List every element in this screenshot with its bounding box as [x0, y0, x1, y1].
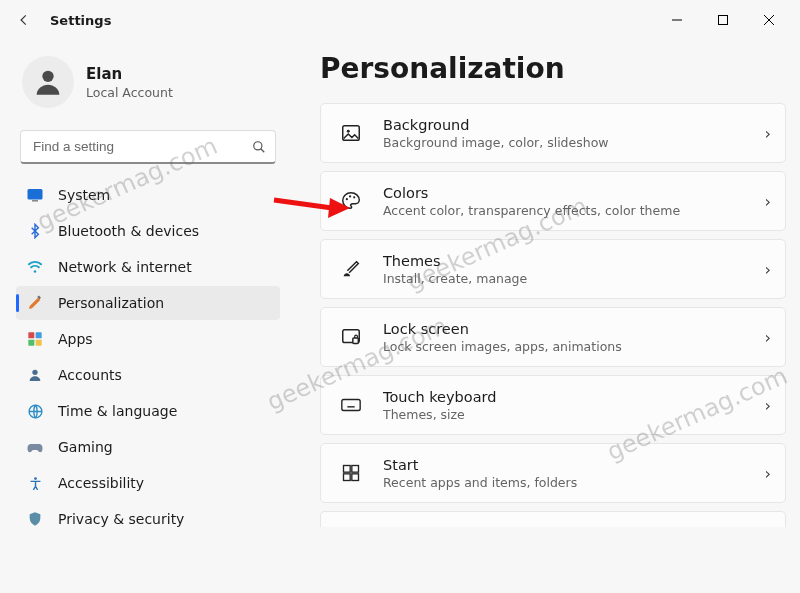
maximize-button[interactable] [700, 4, 746, 36]
avatar [22, 56, 74, 108]
bluetooth-icon [26, 222, 44, 240]
svg-rect-8 [32, 200, 38, 201]
card-subtitle: Install, create, manage [383, 271, 755, 286]
window-title: Settings [50, 13, 111, 28]
shield-icon [26, 510, 44, 528]
sidebar-item-accounts[interactable]: Accounts [16, 358, 280, 392]
apps-icon [26, 330, 44, 348]
sidebar-item-label: Gaming [58, 439, 113, 455]
close-button[interactable] [746, 4, 792, 36]
accessibility-icon [26, 474, 44, 492]
svg-point-20 [349, 195, 351, 197]
svg-rect-33 [344, 474, 351, 481]
sidebar-item-label: Personalization [58, 295, 164, 311]
sidebar-item-label: Privacy & security [58, 511, 184, 527]
search-input[interactable] [20, 130, 276, 164]
minimize-button[interactable] [654, 4, 700, 36]
card-subtitle: Recent apps and items, folders [383, 475, 755, 490]
back-button[interactable] [8, 4, 40, 36]
svg-point-16 [34, 477, 37, 480]
sidebar-item-privacy[interactable]: Privacy & security [16, 502, 280, 536]
sidebar-item-network[interactable]: Network & internet [16, 250, 280, 284]
svg-rect-23 [353, 338, 359, 344]
chevron-right-icon: › [765, 260, 771, 279]
account-name: Elan [86, 65, 173, 83]
chevron-right-icon: › [765, 124, 771, 143]
svg-rect-17 [343, 126, 360, 141]
svg-rect-13 [36, 340, 42, 346]
sidebar-item-apps[interactable]: Apps [16, 322, 280, 356]
sidebar-item-personalization[interactable]: Personalization [16, 286, 280, 320]
card-title: Start [383, 457, 755, 473]
card-subtitle: Lock screen images, apps, animations [383, 339, 755, 354]
card-start[interactable]: Start Recent apps and items, folders › [320, 443, 786, 503]
svg-rect-32 [352, 466, 359, 473]
display-icon [26, 186, 44, 204]
sidebar-item-bluetooth[interactable]: Bluetooth & devices [16, 214, 280, 248]
start-grid-icon [339, 461, 363, 485]
card-title: Colors [383, 185, 755, 201]
person-icon [26, 366, 44, 384]
sidebar-item-time-language[interactable]: Time & language [16, 394, 280, 428]
main-panel: Personalization Background Background im… [290, 40, 800, 593]
title-bar: Settings [0, 0, 800, 40]
card-themes[interactable]: Themes Install, create, manage › [320, 239, 786, 299]
wifi-icon [26, 258, 44, 276]
svg-line-6 [261, 149, 265, 153]
globe-clock-icon [26, 402, 44, 420]
card-touch-keyboard[interactable]: Touch keyboard Themes, size › [320, 375, 786, 435]
gamepad-icon [26, 438, 44, 456]
card-background[interactable]: Background Background image, color, slid… [320, 103, 786, 163]
account-block[interactable]: Elan Local Account [16, 50, 280, 126]
page-title: Personalization [320, 52, 786, 85]
palette-icon [339, 189, 363, 213]
card-subtitle: Themes, size [383, 407, 755, 422]
svg-rect-11 [36, 332, 42, 338]
image-icon [339, 121, 363, 145]
chevron-right-icon: › [765, 464, 771, 483]
card-subtitle: Accent color, transparency effects, colo… [383, 203, 755, 218]
chevron-right-icon: › [765, 192, 771, 211]
svg-rect-31 [344, 466, 351, 473]
card-title: Lock screen [383, 321, 755, 337]
svg-point-4 [42, 71, 53, 82]
search-icon [252, 140, 266, 154]
settings-list: Background Background image, color, slid… [320, 103, 786, 527]
lock-screen-icon [339, 325, 363, 349]
keyboard-icon [339, 393, 363, 417]
svg-point-19 [346, 198, 348, 200]
sidebar-item-label: Accessibility [58, 475, 144, 491]
sidebar-item-accessibility[interactable]: Accessibility [16, 466, 280, 500]
sidebar: Elan Local Account System Bluetooth & [0, 40, 290, 593]
svg-point-9 [34, 270, 37, 273]
svg-rect-10 [28, 332, 34, 338]
svg-rect-34 [352, 474, 359, 481]
svg-point-14 [32, 370, 37, 375]
chevron-right-icon: › [765, 396, 771, 415]
card-lock-screen[interactable]: Lock screen Lock screen images, apps, an… [320, 307, 786, 367]
svg-rect-12 [28, 340, 34, 346]
sidebar-item-label: Time & language [58, 403, 177, 419]
sidebar-nav: System Bluetooth & devices Network & int… [16, 178, 280, 536]
card-next-peek[interactable] [320, 511, 786, 527]
svg-point-5 [254, 142, 262, 150]
sidebar-item-label: Network & internet [58, 259, 192, 275]
brush-icon [339, 257, 363, 281]
svg-point-21 [353, 196, 355, 198]
svg-rect-24 [342, 400, 360, 411]
search-container [20, 130, 276, 164]
sidebar-item-label: System [58, 187, 110, 203]
svg-rect-7 [28, 189, 43, 200]
sidebar-item-system[interactable]: System [16, 178, 280, 212]
sidebar-item-gaming[interactable]: Gaming [16, 430, 280, 464]
sidebar-item-label: Accounts [58, 367, 122, 383]
card-colors[interactable]: Colors Accent color, transparency effect… [320, 171, 786, 231]
window-controls [654, 4, 792, 36]
svg-point-18 [347, 130, 350, 133]
card-subtitle: Background image, color, slideshow [383, 135, 755, 150]
card-title: Touch keyboard [383, 389, 755, 405]
card-title: Themes [383, 253, 755, 269]
paintbrush-icon [26, 294, 44, 312]
chevron-right-icon: › [765, 328, 771, 347]
account-type: Local Account [86, 85, 173, 100]
